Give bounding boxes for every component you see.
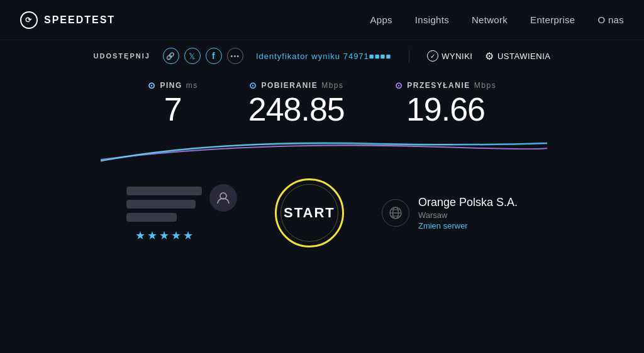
star-1: ★	[135, 229, 145, 242]
logo-icon: ⟳	[20, 11, 38, 29]
speed-line	[0, 134, 644, 166]
blurred-username-line2	[126, 200, 196, 209]
star-4: ★	[171, 229, 181, 242]
server-info: Orange Polska S.A. Warsaw Zmien serwer	[382, 196, 518, 231]
blurred-username-line1	[126, 187, 202, 195]
link-share-icon[interactable]: 🔗	[163, 48, 179, 64]
result-id-value: 74971■■■■	[343, 52, 392, 61]
server-name: Orange Polska S.A.	[418, 196, 518, 209]
wyniki-check-icon: ✓	[427, 50, 438, 62]
star-2: ★	[147, 229, 157, 242]
user-card: ★ ★ ★ ★ ★	[126, 184, 237, 242]
upload-label: ⊙ PRZESYŁANIE Mbps	[395, 80, 496, 90]
upload-icon: ⊙	[395, 80, 404, 90]
gear-icon: ⚙	[485, 50, 494, 62]
upload-value: 19.66	[395, 93, 496, 126]
center-section: ★ ★ ★ ★ ★ START	[0, 178, 644, 247]
user-blurred-info: ★ ★ ★ ★ ★	[126, 184, 202, 242]
globe-icon	[382, 199, 409, 227]
main-nav: Apps Insights Network Enterprise O nas	[370, 14, 624, 25]
header: ⟳ SPEEDTEST Apps Insights Network Enterp…	[0, 0, 644, 40]
change-server-link[interactable]: Zmien serwer	[418, 221, 518, 231]
logo: ⟳ SPEEDTEST	[20, 11, 115, 29]
wyniki-button[interactable]: ✓ WYNIKI	[427, 50, 472, 62]
metrics-section: ⊙ PING ms 7 ⊙ POBIERANIE Mbps 248.85 ⊙ P…	[0, 69, 644, 129]
user-avatar[interactable]	[209, 184, 237, 212]
download-value: 248.85	[248, 93, 345, 126]
ping-label: ⊙ PING ms	[148, 80, 198, 90]
share-icons: 🔗 𝕏 f •••	[163, 48, 243, 64]
ping-icon: ⊙	[148, 80, 157, 90]
ustawienia-button[interactable]: ⚙ USTAWIENIA	[485, 50, 550, 62]
nav-item-apps[interactable]: Apps	[370, 14, 392, 25]
result-id-label: Identyfikator wyniku 74971■■■■	[256, 52, 391, 61]
upload-metric: ⊙ PRZESYŁANIE Mbps 19.66	[395, 80, 496, 126]
twitter-share-icon[interactable]: 𝕏	[184, 48, 201, 64]
nav-item-onas[interactable]: O nas	[597, 14, 624, 25]
server-city: Warsaw	[418, 210, 518, 220]
ping-value: 7	[148, 93, 198, 126]
server-details: Orange Polska S.A. Warsaw Zmien serwer	[418, 196, 518, 231]
ping-metric: ⊙ PING ms 7	[148, 80, 198, 126]
nav-item-enterprise[interactable]: Enterprise	[530, 14, 575, 25]
nav-item-network[interactable]: Network	[472, 14, 508, 25]
nav-item-insights[interactable]: Insights	[415, 14, 449, 25]
star-3: ★	[159, 229, 169, 242]
user-stars: ★ ★ ★ ★ ★	[126, 229, 202, 242]
more-share-icon[interactable]: •••	[227, 48, 243, 64]
facebook-share-icon[interactable]: f	[206, 48, 222, 64]
start-label: START	[284, 205, 335, 221]
share-bar: UDOSTĘPNIJ 🔗 𝕏 f ••• Identyfikator wynik…	[0, 40, 644, 69]
start-button[interactable]: START	[275, 178, 344, 247]
logo-text: SPEEDTEST	[44, 14, 115, 26]
download-icon: ⊙	[249, 80, 258, 90]
download-metric: ⊙ POBIERANIE Mbps 248.85	[248, 80, 345, 126]
star-5: ★	[183, 229, 193, 242]
download-label: ⊙ POBIERANIE Mbps	[248, 80, 345, 90]
share-label: UDOSTĘPNIJ	[94, 52, 150, 60]
blurred-username-line3	[126, 213, 177, 222]
divider	[409, 50, 409, 62]
